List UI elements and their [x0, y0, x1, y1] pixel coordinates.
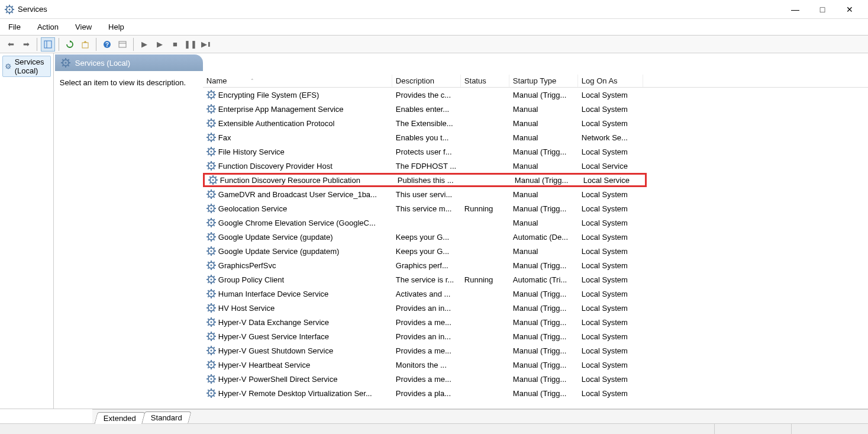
service-description: The FDPHOST ... — [392, 160, 461, 172]
tab-extended[interactable]: Extended — [94, 412, 145, 424]
service-logon: Local System — [578, 331, 643, 342]
service-logon: Local System — [578, 104, 643, 115]
forward-button[interactable]: ➡ — [19, 37, 33, 52]
start-service-button-2[interactable]: ▶ — [153, 37, 167, 52]
service-startup: Manual (Trigg... — [511, 175, 580, 186]
menu-help[interactable]: Help — [106, 21, 127, 33]
service-row[interactable]: Hyper-V Data Exchange ServiceProvides a … — [203, 315, 868, 329]
menu-bar: File Action View Help — [0, 19, 868, 36]
service-name-cell: Hyper-V PowerShell Direct Service — [203, 373, 392, 385]
export-button[interactable] — [78, 37, 92, 52]
tab-standard[interactable]: Standard — [141, 412, 191, 423]
stop-service-button[interactable]: ■ — [168, 37, 182, 52]
pause-service-button[interactable]: ❚❚ — [183, 37, 198, 52]
column-status[interactable]: Status — [461, 75, 509, 87]
column-name[interactable]: Name˄ — [203, 75, 392, 87]
service-description: The Extensible... — [392, 118, 461, 129]
service-logon: Network Se... — [578, 132, 643, 143]
service-row[interactable]: Geolocation ServiceThis service m...Runn… — [203, 201, 868, 216]
service-row[interactable]: Hyper-V Guest Shutdown ServiceProvides a… — [203, 343, 868, 358]
detail-pane: Services (Local) Select an item to view … — [54, 53, 868, 409]
minimize-button[interactable]: — — [782, 1, 809, 18]
service-row[interactable]: Function Discovery Provider HostThe FDPH… — [203, 159, 868, 173]
service-row[interactable]: Hyper-V Guest Service InterfaceProvides … — [203, 329, 868, 343]
service-name-cell: Hyper-V Remote Desktop Virtualization Se… — [203, 387, 392, 399]
service-row[interactable]: Function Discovery Resource PublicationP… — [203, 173, 647, 187]
service-name: Function Discovery Provider Host — [218, 162, 333, 171]
service-startup: Automatic (De... — [509, 232, 578, 243]
service-row[interactable]: Google Chrome Elevation Service (GoogleC… — [203, 216, 868, 230]
column-log-on-as[interactable]: Log On As — [578, 75, 643, 87]
app-icon — [5, 5, 14, 14]
service-description: This service m... — [392, 203, 461, 214]
menu-view[interactable]: View — [73, 21, 94, 33]
service-row[interactable]: GraphicsPerfSvcGraphics perf...Manual (T… — [203, 258, 868, 272]
maximize-button[interactable]: □ — [809, 1, 836, 18]
service-row[interactable]: Google Update Service (gupdate)Keeps you… — [203, 230, 868, 244]
detail-header: Services (Local) — [55, 54, 203, 71]
service-name: GameDVR and Broadcast User Service_1ba..… — [218, 190, 377, 199]
gear-icon — [206, 204, 216, 213]
service-description: Provides a me... — [392, 317, 461, 328]
detail-header-title: Services (Local) — [75, 59, 130, 67]
service-status — [461, 392, 509, 394]
service-name: Google Update Service (gupdatem) — [218, 247, 340, 256]
service-logon: Local System — [578, 146, 643, 157]
service-row[interactable]: Hyper-V PowerShell Direct ServiceProvide… — [203, 372, 868, 386]
service-description: Monitors the ... — [392, 359, 461, 371]
service-name: GraphicsPerfSvc — [218, 261, 276, 270]
start-service-button[interactable]: ▶ — [137, 37, 151, 52]
service-name-cell: Hyper-V Heartbeat Service — [203, 359, 392, 371]
service-row[interactable]: HV Host ServiceProvides an in...Manual (… — [203, 301, 868, 315]
close-button[interactable]: ✕ — [836, 1, 863, 18]
status-bar — [0, 423, 868, 434]
show-hide-tree-button[interactable] — [41, 37, 55, 52]
sort-caret-icon: ˄ — [251, 78, 254, 84]
service-startup: Manual — [509, 132, 578, 143]
refresh-button[interactable] — [63, 37, 77, 52]
service-name-cell: Human Interface Device Service — [203, 288, 392, 300]
service-row[interactable]: Enterprise App Management ServiceEnables… — [203, 102, 868, 116]
service-name-cell: Function Discovery Provider Host — [203, 160, 392, 172]
service-name-cell: GameDVR and Broadcast User Service_1ba..… — [203, 188, 392, 200]
service-logon: Local System — [578, 232, 643, 243]
service-status — [461, 264, 509, 266]
service-logon: Local System — [578, 118, 643, 129]
service-name-cell: Extensible Authentication Protocol — [203, 117, 392, 129]
list-header: Name˄ Description Status Startup Type Lo… — [203, 75, 868, 88]
properties-button[interactable] — [115, 37, 130, 52]
tree-pane: Services (Local) — [0, 53, 54, 409]
service-logon: Local System — [578, 374, 643, 385]
service-name: Hyper-V Heartbeat Service — [218, 361, 310, 369]
gear-icon — [206, 118, 216, 128]
service-row[interactable]: Human Interface Device ServiceActivates … — [203, 287, 868, 301]
column-startup-type[interactable]: Startup Type — [509, 75, 578, 87]
service-row[interactable]: File History ServiceProtects user f...Ma… — [203, 144, 868, 159]
gear-icon — [206, 232, 216, 242]
menu-file[interactable]: File — [6, 21, 23, 33]
gear-icon — [206, 303, 216, 313]
gear-icon — [206, 161, 216, 171]
service-row[interactable]: Google Update Service (gupdatem)Keeps yo… — [203, 244, 868, 258]
service-row[interactable]: Encrypting File System (EFS)Provides the… — [203, 88, 868, 102]
back-button[interactable]: ⬅ — [4, 37, 18, 52]
service-row[interactable]: Hyper-V Remote Desktop Virtualization Se… — [203, 386, 868, 400]
service-description: Provides a me... — [392, 345, 461, 356]
service-row[interactable]: Group Policy ClientThe service is r...Ru… — [203, 272, 868, 287]
service-logon: Local System — [578, 359, 643, 371]
tree-item-services-local[interactable]: Services (Local) — [2, 56, 51, 77]
help-button[interactable]: ? — [100, 37, 114, 52]
menu-action[interactable]: Action — [35, 21, 61, 33]
service-description: Keeps your G... — [392, 232, 461, 243]
restart-service-button[interactable]: ▶❚ — [199, 37, 213, 52]
separator — [59, 38, 59, 51]
service-name: Hyper-V PowerShell Direct Service — [218, 375, 338, 384]
service-row[interactable]: FaxEnables you t...ManualNetwork Se... — [203, 130, 868, 144]
service-row[interactable]: Hyper-V Heartbeat ServiceMonitors the ..… — [203, 358, 868, 372]
service-row[interactable]: GameDVR and Broadcast User Service_1ba..… — [203, 187, 868, 201]
column-description[interactable]: Description — [392, 75, 461, 87]
service-startup: Automatic (Tri... — [509, 274, 578, 285]
gear-icon — [61, 58, 70, 67]
service-row[interactable]: Extensible Authentication ProtocolThe Ex… — [203, 116, 868, 130]
service-status — [461, 378, 509, 380]
